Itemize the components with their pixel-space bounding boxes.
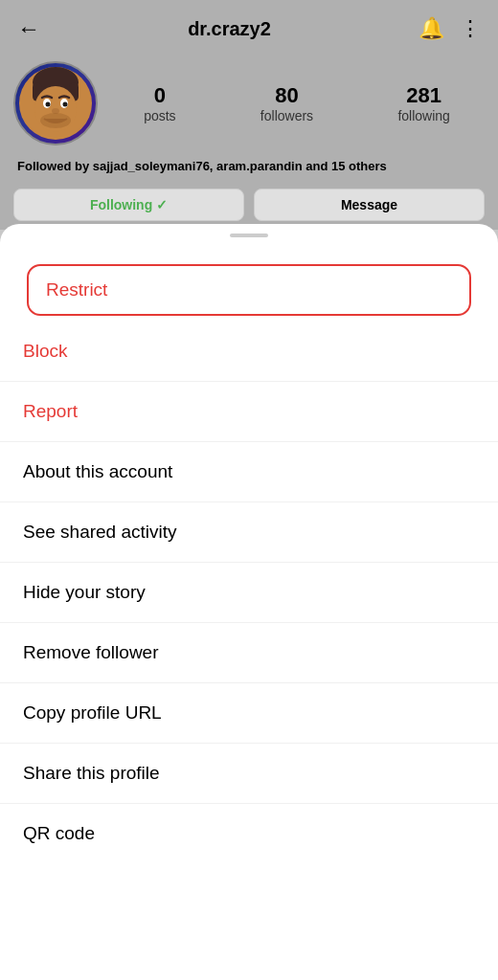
followed-by-suffix: and 15 others [303, 159, 387, 173]
profile-background: ← dr.crazy2 🔔 ⋮ [0, 0, 498, 230]
drag-handle [230, 234, 268, 237]
qr-code-button[interactable]: QR code [0, 804, 498, 863]
following-button[interactable]: Following ✓ [13, 189, 244, 221]
svg-point-8 [63, 102, 68, 107]
report-button[interactable]: Report [0, 382, 498, 442]
profile-info-row: 0 posts 80 followers 281 following [0, 52, 498, 155]
posts-label: posts [144, 108, 175, 123]
page-title: dr.crazy2 [188, 18, 271, 40]
following-count: 281 [406, 83, 441, 108]
remove-follower-button[interactable]: Remove follower [0, 623, 498, 683]
more-options-icon[interactable]: ⋮ [460, 16, 481, 41]
followed-by: Followed by sajjad_soleymani76, aram.par… [0, 155, 498, 183]
posts-count: 0 [154, 83, 166, 108]
posts-stat: 0 posts [144, 83, 175, 123]
followers-count: 80 [275, 83, 298, 108]
share-profile-button[interactable]: Share this profile [0, 744, 498, 804]
followed-by-users[interactable]: sajjad_soleymani76, aram.parandin [93, 159, 303, 173]
followed-by-prefix: Followed by [17, 159, 93, 173]
avatar [13, 61, 98, 145]
stats-row: 0 posts 80 followers 281 following [113, 83, 481, 123]
block-button[interactable]: Block [0, 322, 498, 382]
about-account-button[interactable]: About this account [0, 442, 498, 502]
bottom-sheet: Restrict Block Report About this account… [0, 224, 498, 980]
restrict-wrapper: Restrict [0, 253, 498, 322]
svg-point-7 [46, 102, 51, 107]
message-button[interactable]: Message [254, 189, 485, 221]
top-icons: 🔔 ⋮ [419, 16, 481, 41]
svg-point-10 [40, 113, 71, 128]
hide-story-button[interactable]: Hide your story [0, 563, 498, 623]
followers-stat[interactable]: 80 followers [260, 83, 313, 123]
shared-activity-button[interactable]: See shared activity [0, 502, 498, 563]
top-bar: ← dr.crazy2 🔔 ⋮ [0, 0, 498, 52]
notification-icon[interactable]: 🔔 [419, 16, 444, 41]
back-button[interactable]: ← [17, 15, 40, 42]
following-label: following [397, 108, 449, 123]
followers-label: followers [260, 108, 313, 123]
restrict-button[interactable]: Restrict [27, 264, 471, 316]
copy-url-button[interactable]: Copy profile URL [0, 683, 498, 744]
following-stat[interactable]: 281 following [397, 83, 449, 123]
